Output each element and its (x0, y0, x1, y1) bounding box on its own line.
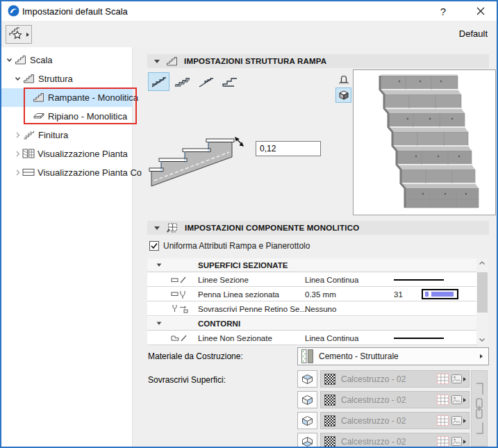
table-row[interactable]: Sovrascrivi Penne Retino Se... Nessuno (147, 302, 477, 316)
structure-section-header[interactable]: IMPOSTAZIONI STRUTTURA RAMPA (147, 54, 489, 68)
surface-front-face-button[interactable] (297, 391, 317, 408)
collapse-arrow-icon[interactable] (157, 263, 162, 266)
favorites-button[interactable] (6, 25, 32, 44)
sidebar-item-finitura[interactable]: Finitura (1, 126, 133, 144)
grid-icon (437, 374, 449, 384)
plan-view-icon (338, 74, 349, 85)
link-surfaces-button[interactable] (471, 370, 488, 447)
flyout-arrow-icon (463, 377, 466, 381)
app-icon (8, 5, 19, 17)
surface-material-value: Calcestruzzo - 02 (341, 416, 437, 426)
stair-favorite-icon (8, 27, 25, 42)
sidebar-item-label: Finitura (38, 130, 68, 140)
default-button[interactable]: Default (459, 28, 488, 39)
pen-override-icon (170, 304, 192, 314)
chevron-right-icon[interactable] (14, 131, 22, 139)
slab-thickness-input[interactable] (256, 141, 321, 156)
flyout-arrow-icon (26, 33, 29, 37)
surface-top-face-button[interactable] (297, 370, 317, 388)
sidebar-item-label: Visualizzazione Pianta Co (38, 167, 142, 178)
table-group-header[interactable]: SUPERFICI SEZIONATE (147, 258, 477, 272)
line-type-preview (394, 338, 444, 339)
row-label: Linee Non Sezionate (198, 334, 272, 342)
building-material-dropdown[interactable]: Cemento - Strutturale (297, 347, 489, 365)
attribute-table: SUPERFICI SEZIONATE Linee Sezione Linea … (147, 258, 477, 345)
row-value: Linea Continua (305, 334, 358, 342)
flyout-arrow-icon (480, 354, 483, 358)
surface-side-face-button[interactable] (297, 412, 317, 429)
building-material-label: Materiale da Costruzione: (148, 351, 243, 361)
row-value: 0.35 mm (305, 290, 336, 299)
table-group-header[interactable]: CONTORNI (147, 317, 477, 331)
toolbar: Default (1, 21, 497, 47)
surface-override-button[interactable]: Calcestruzzo - 02 (320, 412, 470, 429)
sidebar-item-visualizzazione-pianta[interactable]: Visualizzazione Pianta (1, 144, 133, 163)
flyout-arrow-icon (463, 419, 466, 423)
sidebar-item-scala[interactable]: Scala (1, 51, 133, 69)
surface-row-side: Calcestruzzo - 02 (1, 412, 497, 429)
surface-override-button[interactable]: Calcestruzzo - 02 (320, 391, 470, 408)
stair-section-icon (166, 56, 178, 67)
surface-material-value: Calcestruzzo - 02 (341, 374, 437, 384)
row-label: Sovrascrivi Penne Retino Se... (198, 305, 306, 313)
floor-plan-icon (22, 149, 35, 158)
slab-thickness-diagram (149, 131, 253, 193)
collapse-arrow-icon[interactable] (154, 60, 160, 63)
surface-row-riser: Calcestruzzo - 02 (1, 391, 497, 408)
structure-type-steps-button[interactable] (172, 72, 193, 91)
material-swatch-icon (301, 349, 313, 363)
structure-type-stringer-button[interactable] (195, 72, 217, 91)
stair-3d-preview[interactable] (353, 69, 496, 215)
checker-swatch-icon (324, 374, 335, 385)
component-section-header[interactable]: IMPOSTAZIONI COMPONENTE MONOLITICO (147, 221, 489, 235)
uniform-attributes-checkbox[interactable] (149, 241, 159, 251)
texture-image-icon (451, 416, 462, 425)
title-bar: Impostazioni default Scala ? (1, 1, 497, 21)
chevron-down-icon[interactable] (14, 75, 22, 83)
table-row[interactable]: Linee Non Sezionate Linea Continua (147, 331, 477, 345)
annotation-highlight-box (24, 88, 137, 124)
line-type-preview (394, 279, 444, 281)
pen-color-preview (422, 289, 458, 299)
chain-link-icon (472, 374, 486, 443)
check-icon (150, 242, 158, 250)
model-view-toggle-button[interactable] (335, 88, 351, 103)
collapse-arrow-icon[interactable] (157, 322, 162, 324)
stair-finish-icon (23, 130, 35, 140)
structure-type-monolithic-button[interactable] (148, 72, 169, 91)
stair-structure-icon (23, 74, 35, 84)
collapse-arrow-icon[interactable] (154, 226, 160, 230)
grid-icon (437, 436, 449, 447)
sidebar-item-visualizzazione-pianta-co[interactable]: Visualizzazione Pianta Co (1, 163, 133, 182)
section-display-icon (22, 167, 35, 177)
scrollbar-thumb[interactable] (477, 272, 488, 313)
table-row[interactable]: Linee Sezione Linea Continua (147, 273, 477, 287)
close-button[interactable] (470, 2, 491, 20)
chevron-down-icon[interactable] (6, 56, 13, 64)
dialog-title: Impostazioni default Scala (22, 6, 128, 17)
checker-swatch-icon (324, 395, 335, 406)
uniform-attributes-label: Uniforma Attributi Rampa e Pianerottolo (163, 241, 310, 251)
row-label: Linee Sezione (198, 276, 249, 284)
table-row[interactable]: Penna Linea sezionata 0.35 mm 31 (147, 288, 477, 301)
help-button[interactable]: ? (433, 2, 454, 20)
plan-view-toggle-button[interactable] (335, 72, 351, 87)
scroll-down-icon[interactable] (479, 337, 485, 342)
section-title: IMPOSTAZIONI COMPONENTE MONOLITICO (185, 224, 359, 232)
structure-type-flat-button[interactable] (219, 72, 240, 91)
texture-image-icon (451, 395, 462, 404)
surface-override-button[interactable]: Calcestruzzo - 02 (320, 433, 470, 448)
row-value: Nessuno (305, 305, 336, 313)
sidebar-item-label: Visualizzazione Pianta (38, 149, 128, 159)
section-title: IMPOSTAZIONI STRUTTURA RAMPA (184, 57, 326, 65)
surface-override-button[interactable]: Calcestruzzo - 02 (320, 370, 470, 388)
surface-bottom-face-button[interactable] (297, 433, 317, 448)
checker-swatch-icon (324, 436, 335, 447)
scroll-up-icon[interactable] (479, 260, 485, 266)
stair-preview-image (354, 70, 495, 215)
table-scrollbar[interactable] (476, 258, 488, 345)
chevron-right-icon[interactable] (14, 150, 22, 158)
sidebar-item-struttura[interactable]: Struttura (1, 69, 133, 88)
chevron-right-icon[interactable] (14, 169, 22, 176)
grid-icon (437, 415, 449, 426)
